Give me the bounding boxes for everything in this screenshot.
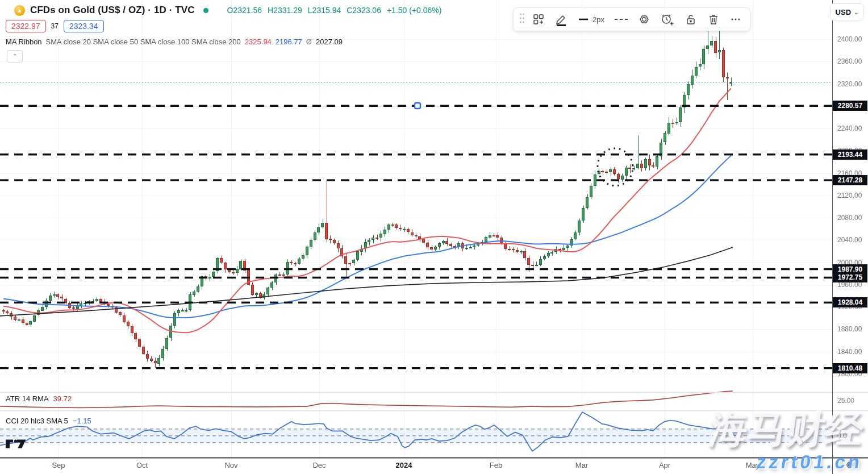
alert-clock-plus-icon — [660, 13, 675, 26]
sma50-value: 2196.77 — [276, 38, 302, 46]
drag-dots-icon — [519, 12, 525, 24]
unlock-icon — [684, 13, 698, 26]
time-axis-label: Feb — [490, 461, 502, 469]
timezone-settings-button[interactable] — [845, 460, 855, 472]
price-axis-tick: 2320.00 — [837, 80, 862, 88]
cci-value: −1.15 — [73, 417, 91, 425]
price-axis-tick: 2040.00 — [837, 236, 862, 244]
buy-price-button[interactable]: 2323.34 — [64, 20, 104, 32]
templates-button[interactable] — [528, 11, 549, 28]
dashed-line-icon — [614, 13, 628, 26]
level-price-label: 2147.28 — [833, 175, 867, 185]
level-price-label: 1810.48 — [833, 363, 867, 373]
color-button[interactable] — [551, 11, 571, 28]
price-axis-tick: 2400.00 — [837, 35, 862, 43]
line-style-button[interactable] — [610, 11, 632, 28]
price-axis-tick: 2120.00 — [837, 192, 862, 199]
delete-button[interactable] — [703, 11, 724, 28]
level-price-label: 1928.04 — [833, 297, 867, 307]
time-axis-label: Sep — [52, 461, 65, 469]
symbol-legend: ▲ CFDs on Gold (US$ / OZ) · 1D · TVC O23… — [14, 5, 441, 16]
price-axis-tick: 2360.00 — [837, 57, 862, 65]
time-axis-label: Mar — [575, 461, 588, 469]
add-alert-button[interactable] — [657, 11, 678, 28]
sma200-value: 2027.09 — [316, 38, 343, 46]
atr-value: 39.72 — [53, 394, 72, 403]
level-price-label: 1972.75 — [833, 272, 867, 282]
time-axis-label: Dec — [312, 461, 326, 469]
symbol-title: CFDs on Gold (US$ / OZ) · 1D · TVC — [30, 5, 195, 16]
sell-price-button[interactable]: 2322.97 — [6, 20, 46, 32]
more-button[interactable] — [726, 11, 745, 28]
chart-canvas[interactable] — [0, 0, 868, 474]
sma100-value: Ø — [306, 38, 312, 46]
price-axis-tick: 1840.00 — [837, 348, 862, 356]
collapse-legend-button[interactable]: ⌃ — [7, 50, 23, 63]
line-width-value: 2px — [592, 15, 604, 24]
line-width-button[interactable]: 2px — [574, 11, 608, 28]
gold-coin-icon: ▲ — [14, 5, 25, 16]
gear-icon — [845, 460, 855, 470]
ohlc-high: H2331.29 — [268, 6, 302, 15]
cci-axis-tick: 0.00 — [837, 432, 850, 440]
tradingview-app: ▲ CFDs on Gold (US$ / OZ) · 1D · TVC O23… — [0, 0, 868, 474]
trash-icon — [707, 13, 720, 26]
price-axis-tick: 2080.00 — [837, 214, 862, 222]
drawing-toolbar: 2px — [513, 7, 750, 31]
time-axis-label: May — [746, 461, 760, 469]
ohlc-values: O2321.56 H2331.29 L2315.94 C2323.06 +1.5… — [227, 6, 442, 15]
atr-axis-tick: 25.00 — [837, 397, 854, 405]
ohlc-open: O2321.56 — [227, 6, 262, 15]
market-open-dot-icon — [203, 8, 208, 13]
level-price-label: 2193.44 — [833, 149, 867, 160]
toolbar-drag-handle[interactable] — [518, 10, 526, 28]
ohlc-close: C2323.06 — [347, 6, 381, 15]
ohlc-low: L2315.94 — [308, 6, 341, 15]
line-width-icon — [577, 13, 590, 26]
cci-title: CCI 20 hlc3 SMA 5 — [6, 417, 68, 425]
tradingview-logo[interactable] — [6, 439, 26, 451]
price-axis-tick: 1880.00 — [837, 325, 862, 333]
time-axis-label: Apr — [659, 461, 670, 469]
atr-pane-legend: ATR 14 RMA 39.72 — [6, 394, 72, 403]
level-price-label: 2280.57 — [833, 101, 867, 111]
lock-button[interactable] — [681, 11, 701, 28]
settings-button[interactable] — [634, 11, 654, 28]
bid-ask-row: 2322.97 37 2323.34 — [6, 20, 104, 32]
chevron-down-icon: ⌄ — [854, 9, 858, 15]
ohlc-change: +1.50 (+0.06%) — [387, 6, 442, 15]
currency-dropdown[interactable]: USD ⌄ — [830, 3, 864, 20]
ellipsis-icon — [729, 13, 742, 26]
template-grid-plus-icon — [532, 13, 545, 26]
time-axis-label: 2024 — [396, 461, 412, 469]
spread-value: 37 — [51, 22, 59, 30]
cci-pane-legend: CCI 20 hlc3 SMA 5 −1.15 — [6, 417, 91, 425]
time-axis-label: Oct — [136, 461, 148, 469]
ma-ribbon-params: SMA close 20 SMA close 50 SMA close 100 … — [46, 38, 241, 46]
gear-icon — [637, 13, 651, 26]
tradingview-logo-icon — [6, 439, 26, 449]
time-axis-label: Nov — [224, 461, 237, 469]
pencil-icon — [554, 13, 568, 26]
price-axis-tick: 2240.00 — [837, 124, 862, 132]
ma-ribbon-title: MA Ribbon — [6, 38, 42, 46]
chevron-up-icon: ⌃ — [12, 53, 17, 60]
sma20-value: 2325.94 — [245, 38, 272, 46]
ma-ribbon-legend: MA Ribbon SMA close 20 SMA close 50 SMA … — [6, 38, 343, 46]
atr-title: ATR 14 RMA — [6, 394, 49, 403]
currency-value: USD — [836, 8, 851, 16]
